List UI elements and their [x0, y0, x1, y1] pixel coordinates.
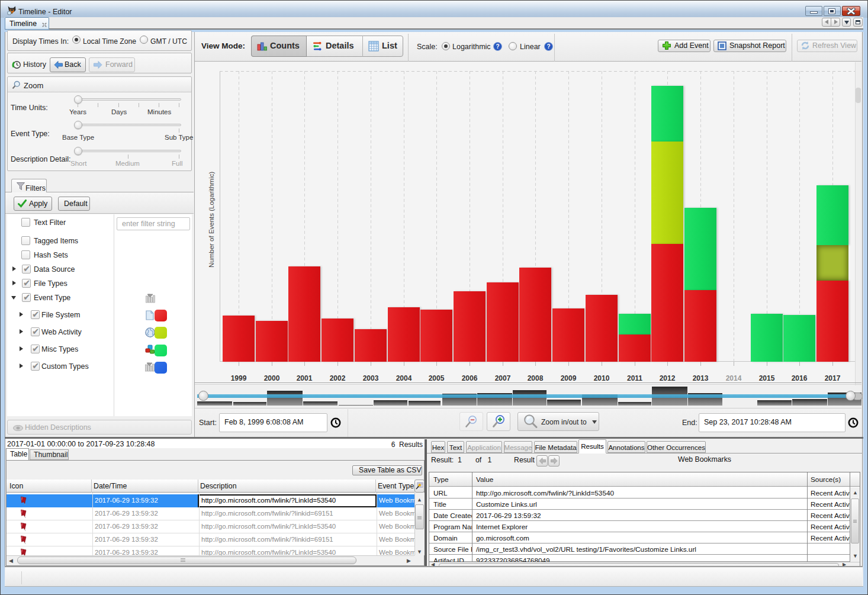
svg-text:?: ? [496, 43, 499, 50]
svg-text:?: ? [546, 43, 550, 50]
